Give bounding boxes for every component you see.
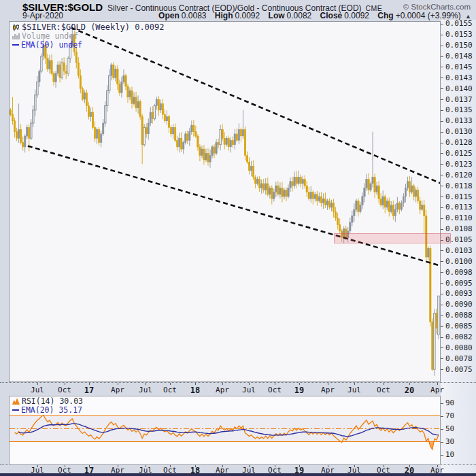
price-x-label: Apr — [430, 386, 444, 394]
price-axis-label: 0.0130 — [445, 127, 473, 136]
price-axis-label: 0.0098 — [445, 268, 473, 277]
chart-header: $SILVER:$GOLDSilver - Continuous Contrac… — [0, 0, 476, 20]
month-tick — [299, 383, 300, 385]
price-x-label: Oct — [377, 386, 390, 394]
month-tick — [65, 383, 65, 385]
price-axis-label: 0.0100 — [445, 257, 473, 266]
rsi-axis-label: 30 — [445, 437, 454, 446]
price-axis-label: 0.0143 — [445, 73, 473, 82]
price-axis-label: 0.0145 — [445, 63, 473, 71]
price-axis-tick — [441, 294, 443, 294]
price-axis-label: 0.0095 — [445, 279, 473, 288]
price-axis-label: 0.0105 — [445, 235, 473, 244]
price-axis-label: 0.0150 — [445, 41, 473, 50]
price-axis-label: 0.0148 — [445, 52, 473, 61]
rsi-ema-line-icon — [12, 409, 19, 411]
price-axis-tick — [441, 78, 443, 78]
price-axis-tick — [441, 121, 443, 122]
open-label: Open — [158, 11, 180, 20]
price-axis-tick — [441, 347, 443, 348]
price-y-axis: 0.01550.01530.01500.01480.01450.01430.01… — [441, 20, 476, 474]
month-tick — [249, 383, 250, 385]
price-axis-tick — [441, 143, 443, 143]
price-axis-label: 0.0110 — [445, 214, 473, 222]
rsi-axis-tick — [441, 403, 443, 404]
rsi-panel: RSI(14) 30.03 EMA(20) 35.17 — [9, 396, 441, 465]
price-axis-label: 0.0135 — [445, 105, 473, 114]
price-axis-label: 0.0137 — [445, 95, 473, 104]
price-axis-tick — [441, 316, 443, 316]
candlestick-canvas — [10, 22, 440, 381]
up-arrow-icon: ▲ — [465, 13, 471, 20]
month-tick — [384, 383, 384, 385]
price-axis-label: 0.0082 — [445, 333, 473, 341]
price-axis-label: 0.0113 — [445, 203, 473, 211]
legend-symbol-label: $SILVER:$GOLD (Weekly) 0.0092 — [22, 22, 165, 32]
price-axis-tick — [441, 358, 443, 359]
price-x-label: 19 — [294, 386, 304, 395]
rsi-axis-tick — [441, 429, 443, 430]
price-axis-label: 0.0088 — [445, 311, 473, 320]
price-axis-label: 0.0128 — [445, 138, 473, 147]
volume-bars-icon — [12, 33, 20, 39]
quote-summary: Open0.0083 High0.0092 Low0.0082 Close0.0… — [152, 11, 471, 20]
price-axis-label: 0.0075 — [445, 365, 473, 374]
price-axis-tick — [441, 153, 443, 154]
stockcharts-page: $SILVER:$GOLDSilver - Continuous Contrac… — [0, 0, 476, 476]
price-axis-tick — [441, 67, 443, 67]
support-zone-highlight — [334, 233, 451, 243]
price-axis-tick — [441, 56, 443, 57]
price-x-label: Jul — [139, 386, 152, 394]
price-axis-tick — [441, 261, 443, 262]
price-axis-tick — [441, 337, 443, 338]
month-tick — [437, 383, 438, 385]
price-x-label: Oct — [163, 386, 177, 394]
month-tick — [275, 383, 275, 385]
month-tick — [170, 383, 171, 385]
price-x-label: Jul — [242, 386, 256, 394]
open-value: 0.0083 — [182, 11, 207, 20]
price-x-label: Apr — [216, 386, 229, 394]
month-tick — [89, 383, 90, 385]
rsi-oversold-fill — [341, 442, 434, 449]
legend-ema-label: EMA(50) undef — [21, 40, 82, 50]
price-axis-label: 0.0085 — [445, 322, 473, 330]
price-axis-tick — [441, 132, 443, 133]
rsi-axis-label: 90 — [445, 398, 454, 407]
price-axis-tick — [441, 207, 443, 208]
month-tick — [146, 383, 146, 385]
price-axis-tick — [441, 175, 443, 175]
price-axis-label: 0.0118 — [445, 182, 473, 190]
price-x-label: Oct — [58, 386, 71, 394]
rsi-axis-tick — [441, 455, 443, 456]
price-axis-label: 0.0155 — [445, 19, 473, 28]
high-label: High — [215, 11, 233, 20]
rsi-axis-tick — [441, 442, 443, 443]
ema-line-icon — [12, 44, 19, 46]
close-label: Close — [320, 11, 343, 20]
price-axis-label: 0.0115 — [445, 192, 473, 201]
chart-date: 9-Apr-2020 — [22, 11, 63, 20]
price-axis-tick — [441, 24, 443, 24]
candlestick-chart-icon — [12, 24, 20, 31]
month-tick — [195, 383, 196, 385]
price-axis-tick — [441, 369, 443, 370]
price-axis-label: 0.0133 — [445, 116, 473, 125]
price-x-label: 18 — [190, 386, 200, 395]
chg-label: Chg — [377, 11, 393, 20]
price-axis-tick — [441, 326, 443, 327]
rsi-x-axis: JulOct17AprJulOct18AprJulOct19AprJulOct2… — [0, 464, 476, 474]
price-axis-label: 0.0103 — [445, 246, 473, 255]
price-axis-tick — [441, 250, 443, 251]
price-axis-tick — [441, 35, 443, 35]
month-tick — [328, 383, 328, 385]
price-axis-label: 0.0140 — [445, 84, 473, 93]
price-axis-tick — [441, 99, 443, 100]
price-x-label: 20 — [405, 386, 414, 395]
rsi-axis-label: 10 — [445, 450, 454, 459]
month-tick — [37, 383, 38, 385]
bottom-edge-bar — [0, 473, 476, 476]
rsi-legend: RSI(14) 30.03 EMA(20) 35.17 — [12, 397, 83, 415]
price-axis-tick — [441, 305, 443, 305]
stockcharts-attribution: © StockCharts.com — [403, 3, 471, 11]
